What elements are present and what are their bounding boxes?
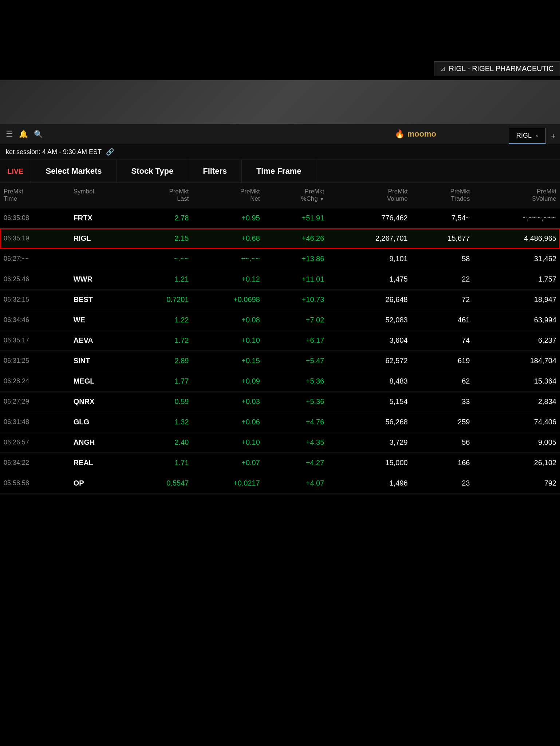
cell-dollar-volume: 1,757 (473, 269, 560, 290)
table-row[interactable]: 05:58:58OP0.5547+0.0217+4.071,49623792 (0, 473, 560, 494)
moomoo-logo: 🔥 moomo (395, 129, 436, 139)
cell-symbol[interactable]: GLG (70, 412, 130, 432)
cell-net: +0.15 (192, 351, 263, 371)
th-premkt-pctchg[interactable]: PreMkt %Chg ▼ (264, 183, 328, 208)
cell-symbol[interactable]: REAL (70, 453, 130, 473)
cell-trades: 62 (411, 371, 474, 392)
cell-symbol[interactable]: SINT (70, 351, 130, 371)
bell-icon[interactable]: 🔔 (19, 130, 28, 138)
table-row[interactable]: 06:34:22REAL1.71+0.07+4.2715,00016626,10… (0, 453, 560, 473)
cell-last: 2.40 (130, 432, 193, 453)
cell-pct-chg: +4.27 (264, 453, 328, 473)
header-image-area: ⊿ RIGL - RIGEL PHARMACEUTIC (0, 80, 560, 124)
browser-chrome: ☰ 🔔 🔍 🔥 moomo RIGL × + (0, 124, 560, 144)
cell-last: 1.22 (130, 310, 193, 330)
table-row[interactable]: 06:32:15BEST0.7201+0.0698+10.7326,648721… (0, 290, 560, 310)
cell-trades: 33 (411, 392, 474, 412)
tab-bar: RIGL × + (509, 124, 560, 144)
data-table: PreMkt Time Symbol PreMkt Last PreMkt (0, 183, 560, 494)
cell-volume: 15,000 (328, 453, 411, 473)
cell-volume: 56,268 (328, 412, 411, 432)
cell-time: 06:32:15 (0, 290, 70, 310)
cell-last: 1.72 (130, 330, 193, 351)
browser-icons: ☰ 🔔 🔍 (6, 129, 43, 139)
cell-symbol[interactable]: AEVA (70, 330, 130, 351)
cell-volume: 1,496 (328, 473, 411, 494)
table-body: 06:35:08FRTX2.78+0.95+51.91776,4627,54~~… (0, 208, 560, 494)
table-row[interactable]: 06:31:48GLG1.32+0.06+4.7656,26825974,406 (0, 412, 560, 432)
cell-volume: 52,083 (328, 310, 411, 330)
cell-symbol[interactable]: WE (70, 310, 130, 330)
cell-time: 06:26:57 (0, 432, 70, 453)
cell-dollar-volume: 15,364 (473, 371, 560, 392)
cell-trades: 58 (411, 249, 474, 269)
cell-trades: 619 (411, 351, 474, 371)
table-row[interactable]: 06:25:46WWR1.21+0.12+11.011,475221,757 (0, 269, 560, 290)
cell-dollar-volume: 184,704 (473, 351, 560, 371)
cell-pct-chg: +7.02 (264, 310, 328, 330)
cell-symbol[interactable]: QNRX (70, 392, 130, 412)
cell-net: +0.10 (192, 432, 263, 453)
filter-select-markets[interactable]: Select Markets (31, 160, 117, 182)
cell-net: +~.~~ (192, 249, 263, 269)
table-row[interactable]: 06:27:29QNRX0.59+0.03+5.365,154332,834 (0, 392, 560, 412)
filter-live[interactable]: LIVE (0, 161, 31, 182)
cell-symbol[interactable]: BEST (70, 290, 130, 310)
cell-last: 1.32 (130, 412, 193, 432)
cell-symbol[interactable]: WWR (70, 269, 130, 290)
table-row[interactable]: 06:35:08FRTX2.78+0.95+51.91776,4627,54~~… (0, 208, 560, 228)
cell-trades: 259 (411, 412, 474, 432)
filter-filters[interactable]: Filters (188, 160, 242, 182)
cell-time: 05:58:58 (0, 473, 70, 494)
table-row[interactable]: 06:28:24MEGL1.77+0.09+5.368,4836215,364 (0, 371, 560, 392)
table-row[interactable]: 06:35:19RIGL2.15+0.68+46.262,267,70115,6… (0, 228, 560, 249)
th-premkt-volume: PreMkt Volume (328, 183, 411, 208)
session-link-icon[interactable]: 🔗 (106, 148, 114, 156)
moomoo-flame-icon: 🔥 (395, 129, 405, 139)
cell-dollar-volume: 63,994 (473, 310, 560, 330)
table-row[interactable]: 06:35:17AEVA1.72+0.10+6.173,604746,237 (0, 330, 560, 351)
cell-time: 06:28:24 (0, 371, 70, 392)
cell-trades: 23 (411, 473, 474, 494)
cell-volume: 3,604 (328, 330, 411, 351)
cell-pct-chg: +4.35 (264, 432, 328, 453)
cell-net: +0.08 (192, 310, 263, 330)
search-icon[interactable]: 🔍 (34, 130, 43, 138)
cell-dollar-volume: 18,947 (473, 290, 560, 310)
cell-volume: 1,475 (328, 269, 411, 290)
cell-net: +0.0698 (192, 290, 263, 310)
cell-last: 2.78 (130, 208, 193, 228)
cell-trades: 72 (411, 290, 474, 310)
cell-pct-chg: +51.91 (264, 208, 328, 228)
cell-trades: 461 (411, 310, 474, 330)
tab-rigl[interactable]: RIGL × (509, 128, 546, 144)
table-row[interactable]: 06:34:46WE1.22+0.08+7.0252,08346163,994 (0, 310, 560, 330)
cell-time: 06:34:46 (0, 310, 70, 330)
table-header-row: PreMkt Time Symbol PreMkt Last PreMkt (0, 183, 560, 208)
cell-symbol[interactable]: FRTX (70, 208, 130, 228)
menu-icon[interactable]: ☰ (6, 129, 13, 139)
cell-dollar-volume: 6,237 (473, 330, 560, 351)
cell-last: ~.~~ (130, 249, 193, 269)
table-row[interactable]: 06:31:25SINT2.89+0.15+5.4762,572619184,7… (0, 351, 560, 371)
cell-last: 1.21 (130, 269, 193, 290)
cell-pct-chg: +4.76 (264, 412, 328, 432)
filter-time-frame[interactable]: Time Frame (242, 160, 316, 182)
cell-net: +0.10 (192, 330, 263, 351)
cell-trades: 74 (411, 330, 474, 351)
table-row[interactable]: 06:26:57ANGH2.40+0.10+4.353,729569,005 (0, 432, 560, 453)
table-row[interactable]: 06:27:~~~.~~+~.~~+13.869,1015831,462 (0, 249, 560, 269)
cell-dollar-volume: 792 (473, 473, 560, 494)
filter-stock-type[interactable]: Stock Type (117, 160, 189, 182)
cell-symbol[interactable]: ANGH (70, 432, 130, 453)
cell-dollar-volume: 31,462 (473, 249, 560, 269)
cell-symbol[interactable]: RIGL (70, 228, 130, 249)
cell-volume: 5,154 (328, 392, 411, 412)
cell-symbol[interactable] (70, 249, 130, 269)
cell-symbol[interactable]: MEGL (70, 371, 130, 392)
cell-symbol[interactable]: OP (70, 473, 130, 494)
cell-dollar-volume: 9,005 (473, 432, 560, 453)
cell-last: 0.59 (130, 392, 193, 412)
tab-close-button[interactable]: × (535, 133, 538, 139)
tab-add-button[interactable]: + (547, 129, 560, 144)
